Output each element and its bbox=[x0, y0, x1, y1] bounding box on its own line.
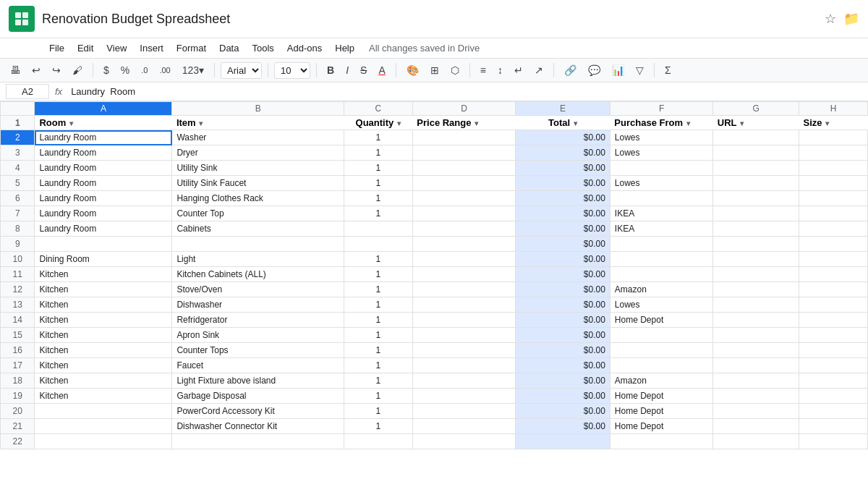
cell-7-a[interactable]: Laundry Room bbox=[35, 206, 172, 221]
cell-20-e[interactable]: $0.00 bbox=[516, 404, 610, 419]
valign-button[interactable]: ↕ bbox=[493, 62, 507, 79]
cell-13-a[interactable]: Kitchen bbox=[35, 297, 172, 313]
filter-icon-c[interactable]: ▾ bbox=[395, 119, 401, 127]
cell-22-f[interactable] bbox=[610, 434, 712, 449]
cell-13-c[interactable]: 1 bbox=[344, 297, 412, 313]
cell-3-f[interactable]: Lowes bbox=[610, 145, 712, 161]
cell-11-g[interactable] bbox=[713, 267, 799, 282]
cell-14-f[interactable]: Home Depot bbox=[610, 313, 712, 328]
cell-18-b[interactable]: Light Fixture above island bbox=[172, 373, 344, 389]
merge-button[interactable]: ⬡ bbox=[446, 62, 464, 79]
currency-button[interactable]: $ bbox=[99, 62, 114, 79]
cell-11-f[interactable] bbox=[610, 267, 712, 282]
cell-15-f[interactable] bbox=[610, 328, 712, 343]
row-num-6[interactable]: 6 bbox=[1, 191, 35, 206]
cell-12-d[interactable] bbox=[412, 282, 515, 297]
cell-13-g[interactable] bbox=[713, 297, 799, 313]
functions-button[interactable]: Σ bbox=[660, 62, 676, 79]
cell-6-g[interactable] bbox=[713, 191, 799, 206]
cell-2-h[interactable] bbox=[799, 130, 868, 145]
cell-5-b[interactable]: Utility Sink Faucet bbox=[172, 176, 344, 191]
cell-15-e[interactable]: $0.00 bbox=[516, 328, 610, 343]
font-selector[interactable]: Arial bbox=[221, 62, 262, 79]
cell-13-d[interactable] bbox=[412, 297, 515, 313]
menu-help[interactable]: Help bbox=[329, 40, 360, 56]
percent-button[interactable]: % bbox=[116, 62, 134, 79]
cell-6-b[interactable]: Hanging Clothes Rack bbox=[172, 191, 344, 206]
cell-6-a[interactable]: Laundry Room bbox=[35, 191, 172, 206]
row-num-2[interactable]: 2 bbox=[1, 130, 35, 145]
cell-14-g[interactable] bbox=[713, 313, 799, 328]
align-button[interactable]: ≡ bbox=[476, 62, 490, 79]
cell-9-h[interactable] bbox=[799, 237, 868, 252]
cell-15-a[interactable]: Kitchen bbox=[35, 328, 172, 343]
cell-20-d[interactable] bbox=[412, 404, 515, 419]
cell-12-g[interactable] bbox=[713, 282, 799, 297]
cell-8-e[interactable]: $0.00 bbox=[516, 221, 610, 237]
cell-1-c[interactable]: Quantity ▾ bbox=[344, 116, 412, 130]
cell-19-g[interactable] bbox=[713, 389, 799, 404]
bold-button[interactable]: B bbox=[323, 62, 339, 79]
cell-6-f[interactable] bbox=[610, 191, 712, 206]
cell-14-b[interactable]: Refridgerator bbox=[172, 313, 344, 328]
cell-15-h[interactable] bbox=[799, 328, 868, 343]
col-header-g[interactable]: G bbox=[713, 102, 799, 116]
cell-10-b[interactable]: Light bbox=[172, 252, 344, 267]
cell-2-a[interactable]: Laundry Room bbox=[35, 130, 172, 145]
cell-8-d[interactable] bbox=[412, 221, 515, 237]
cell-18-c[interactable]: 1 bbox=[344, 373, 412, 389]
cell-5-h[interactable] bbox=[799, 176, 868, 191]
cell-16-c[interactable]: 1 bbox=[344, 343, 412, 358]
col-header-f[interactable]: F bbox=[610, 102, 712, 116]
row-num-12[interactable]: 12 bbox=[1, 282, 35, 297]
cell-10-h[interactable] bbox=[799, 252, 868, 267]
decimal-more-button[interactable]: .00 bbox=[155, 63, 174, 77]
cell-3-a[interactable]: Laundry Room bbox=[35, 145, 172, 161]
menu-file[interactable]: File bbox=[43, 40, 70, 56]
cell-22-c[interactable] bbox=[344, 434, 412, 449]
cell-2-g[interactable] bbox=[713, 130, 799, 145]
cell-5-d[interactable] bbox=[412, 176, 515, 191]
cell-10-f[interactable] bbox=[610, 252, 712, 267]
cell-22-a[interactable] bbox=[35, 434, 172, 449]
cell-20-c[interactable]: 1 bbox=[344, 404, 412, 419]
cell-14-e[interactable]: $0.00 bbox=[516, 313, 610, 328]
cell-20-h[interactable] bbox=[799, 404, 868, 419]
cell-12-a[interactable]: Kitchen bbox=[35, 282, 172, 297]
cell-17-h[interactable] bbox=[799, 358, 868, 373]
col-header-h[interactable]: H bbox=[799, 102, 868, 116]
row-num-5[interactable]: 5 bbox=[1, 176, 35, 191]
cell-4-g[interactable] bbox=[713, 161, 799, 176]
cell-14-a[interactable]: Kitchen bbox=[35, 313, 172, 328]
cell-13-e[interactable]: $0.00 bbox=[516, 297, 610, 313]
cell-7-c[interactable]: 1 bbox=[344, 206, 412, 221]
spreadsheet-area[interactable]: A B C D E F G H 1Room ▾Item ▾Quantity ▾P… bbox=[0, 101, 868, 480]
cell-3-g[interactable] bbox=[713, 145, 799, 161]
cell-12-h[interactable] bbox=[799, 282, 868, 297]
font-size-selector[interactable]: 10 bbox=[274, 62, 310, 79]
cell-11-a[interactable]: Kitchen bbox=[35, 267, 172, 282]
cell-4-a[interactable]: Laundry Room bbox=[35, 161, 172, 176]
chart-button[interactable]: 📊 bbox=[608, 62, 629, 79]
cell-14-h[interactable] bbox=[799, 313, 868, 328]
col-header-d[interactable]: D bbox=[412, 102, 515, 116]
cell-11-e[interactable]: $0.00 bbox=[516, 267, 610, 282]
col-header-b[interactable]: B bbox=[172, 102, 344, 116]
cell-22-g[interactable] bbox=[713, 434, 799, 449]
cell-4-d[interactable] bbox=[412, 161, 515, 176]
wrap-button[interactable]: ↵ bbox=[510, 62, 527, 79]
filter-icon-g[interactable]: ▾ bbox=[739, 119, 744, 127]
cell-9-a[interactable] bbox=[35, 237, 172, 252]
cell-22-h[interactable] bbox=[799, 434, 868, 449]
cell-11-c[interactable]: 1 bbox=[344, 267, 412, 282]
menu-addons[interactable]: Add-ons bbox=[281, 40, 328, 56]
cell-10-d[interactable] bbox=[412, 252, 515, 267]
cell-8-a[interactable]: Laundry Room bbox=[35, 221, 172, 237]
cell-19-d[interactable] bbox=[412, 389, 515, 404]
cell-9-c[interactable] bbox=[344, 237, 412, 252]
cell-10-c[interactable]: 1 bbox=[344, 252, 412, 267]
cell-7-e[interactable]: $0.00 bbox=[516, 206, 610, 221]
cell-4-b[interactable]: Utility Sink bbox=[172, 161, 344, 176]
cell-12-e[interactable]: $0.00 bbox=[516, 282, 610, 297]
cell-12-f[interactable]: Amazon bbox=[610, 282, 712, 297]
